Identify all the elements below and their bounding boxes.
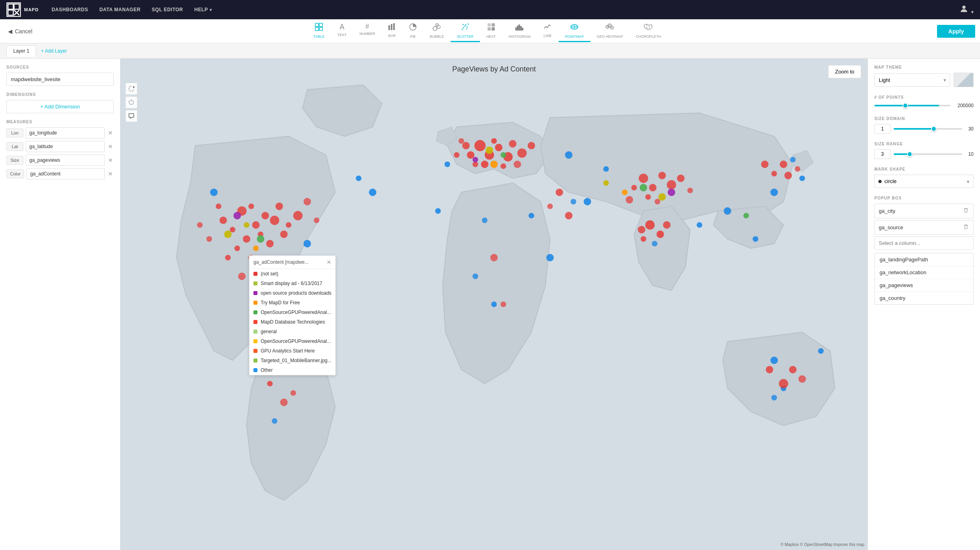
svg-point-62 xyxy=(225,255,231,261)
chart-type-text[interactable]: A TEXT xyxy=(331,20,353,42)
size-range-slider[interactable] xyxy=(894,153,962,155)
svg-point-106 xyxy=(584,198,591,206)
svg-point-134 xyxy=(280,399,288,406)
measure-value-color[interactable] xyxy=(27,168,105,179)
zoom-to-button[interactable]: Zoom to xyxy=(828,65,861,78)
measure-tag-color: Color xyxy=(6,169,24,178)
svg-point-110 xyxy=(491,301,497,307)
nav-data-manager[interactable]: DATA MANAGER xyxy=(99,7,140,12)
legend-item-mapd-db: MapD Database Technologies xyxy=(249,317,335,327)
svg-point-80 xyxy=(517,149,527,158)
column-select-wrapper xyxy=(874,236,974,253)
measure-tag-size: Size xyxy=(6,156,23,165)
lasso-tool[interactable] xyxy=(125,83,137,95)
polygon-tool[interactable] xyxy=(125,96,137,108)
add-dimension-button[interactable]: + Add Dimension xyxy=(6,100,114,113)
bubble-icon xyxy=(433,23,441,33)
measure-delete-lon[interactable]: ✕ xyxy=(107,129,114,137)
measure-tag-lat: Lat xyxy=(6,142,23,151)
legend-label-targeted: Targeted_01_MobileBanner.jpg... xyxy=(261,358,331,363)
mark-shape-select[interactable]: circle square cross diamond xyxy=(874,175,974,188)
legend-label-gpu-analytics: GPU Analytics Start Here xyxy=(261,348,315,354)
svg-point-153 xyxy=(780,161,787,168)
svg-point-113 xyxy=(356,175,361,181)
legend-label-open-source: open source products downloads xyxy=(261,290,331,296)
map-theme-select[interactable]: Light Dark Satellite Streets xyxy=(874,73,950,87)
svg-point-149 xyxy=(652,241,657,246)
chart-type-table[interactable]: TABLE xyxy=(307,20,331,42)
measure-value-lat[interactable] xyxy=(26,141,105,152)
size-domain-slider[interactable] xyxy=(894,128,962,130)
column-option-landing-page[interactable]: ga_landingPagePath xyxy=(875,253,973,266)
nav-sql-editor[interactable]: SQL EDITOR xyxy=(152,7,183,12)
legend-color-opensource-gpu1 xyxy=(253,310,257,314)
layer-tab-1[interactable]: Layer 1 xyxy=(6,45,36,57)
svg-point-52 xyxy=(243,235,251,243)
svg-point-131 xyxy=(490,161,498,168)
size-domain-section: SIZE DOMAIN 30 xyxy=(874,116,974,134)
column-option-network-location[interactable]: ga_networkLocation xyxy=(875,266,973,279)
svg-point-63 xyxy=(280,230,288,238)
measure-value-size[interactable] xyxy=(26,155,105,166)
points-slider[interactable] xyxy=(874,105,950,106)
svg-rect-29 xyxy=(515,27,517,31)
mapbox-credit: © Mapbox © OpenStreetMap Improve this ma… xyxy=(780,542,864,547)
apply-button[interactable]: Apply xyxy=(937,25,975,38)
nav-items: DASHBOARDS DATA MANAGER SQL EDITOR HELP … xyxy=(51,7,212,12)
size-range-label: SIZE RANGE xyxy=(874,142,974,146)
nav-help[interactable]: HELP ▾ xyxy=(194,7,212,12)
measure-value-lon[interactable] xyxy=(26,127,105,139)
chart-type-bubble[interactable]: BUBBLE xyxy=(423,20,451,42)
geo-heatmap-label: GEO HEATMAP xyxy=(597,35,623,39)
measure-delete-size[interactable]: ✕ xyxy=(107,156,114,164)
legend-close-button[interactable]: ✕ xyxy=(327,259,331,265)
svg-point-107 xyxy=(697,222,702,228)
add-layer-button[interactable]: + Add Layer xyxy=(38,47,70,55)
chart-type-scatter[interactable]: SCATTER xyxy=(451,20,480,42)
legend-item-not-set: (not set) xyxy=(249,269,335,279)
svg-point-160 xyxy=(772,395,777,401)
size-domain-min-input[interactable] xyxy=(874,124,890,134)
chart-type-heat[interactable]: HEAT xyxy=(480,20,502,42)
svg-rect-28 xyxy=(492,27,495,31)
popup-box-label: POPUP BOX xyxy=(874,196,974,200)
user-menu[interactable]: ▾ xyxy=(959,4,974,16)
column-select-input[interactable] xyxy=(874,236,974,250)
svg-point-144 xyxy=(565,212,573,220)
svg-rect-2 xyxy=(8,10,13,15)
column-option-pageviews[interactable]: ga_pageviews xyxy=(875,279,973,292)
source-input[interactable] xyxy=(6,73,114,86)
svg-point-129 xyxy=(668,189,675,196)
chart-types-bar: TABLE A TEXT # NUMBER BAR PIE xyxy=(45,20,929,42)
svg-point-132 xyxy=(622,189,628,195)
svg-point-102 xyxy=(753,236,758,242)
table-label: TABLE xyxy=(313,35,325,39)
svg-point-40 xyxy=(610,26,614,29)
svg-point-23 xyxy=(463,24,464,25)
chart-type-choropleth[interactable]: CHOROPLETH xyxy=(629,20,668,42)
size-range-min-input[interactable] xyxy=(874,149,890,159)
chart-type-geo-heatmap[interactable]: GEO HEATMAP xyxy=(590,20,629,42)
measure-delete-color[interactable]: ✕ xyxy=(107,170,114,178)
cancel-button[interactable]: ◀ Cancel xyxy=(5,26,36,37)
popup-delete-ga-source[interactable] xyxy=(963,224,969,231)
comment-tool[interactable] xyxy=(125,110,137,122)
svg-point-136 xyxy=(290,390,296,396)
column-option-country[interactable]: ga_country xyxy=(875,292,973,304)
chart-type-pie[interactable]: PIE xyxy=(402,20,423,42)
svg-point-118 xyxy=(224,230,232,238)
mark-shape-section: MARK SHAPE circle square cross diamond ▾ xyxy=(874,167,974,188)
measure-delete-lat[interactable]: ✕ xyxy=(107,143,114,151)
popup-delete-ga-city[interactable] xyxy=(963,207,969,215)
text-label: TEXT xyxy=(337,33,347,37)
chart-type-bar[interactable]: BAR xyxy=(382,20,402,42)
svg-point-94 xyxy=(626,196,633,204)
chart-type-number[interactable]: # NUMBER xyxy=(353,20,382,42)
svg-point-101 xyxy=(724,207,731,215)
chart-type-pointmap[interactable]: POINTMAP xyxy=(559,20,590,42)
chart-type-histogram[interactable]: HISTOGRAM xyxy=(502,20,537,42)
svg-point-154 xyxy=(790,157,796,163)
chart-type-line[interactable]: LINE xyxy=(537,20,559,42)
nav-dashboards[interactable]: DASHBOARDS xyxy=(51,7,88,12)
bubble-label: BUBBLE xyxy=(430,35,444,39)
